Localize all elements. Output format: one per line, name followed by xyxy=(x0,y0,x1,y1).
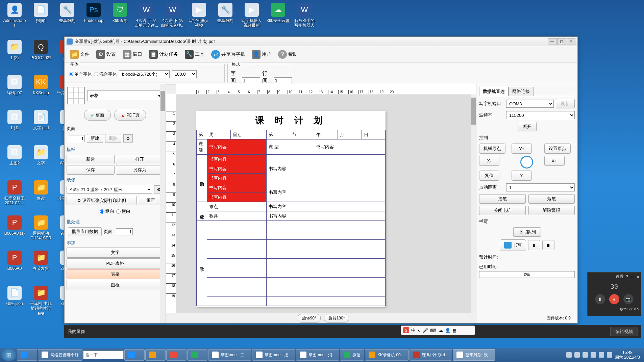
ime-cn[interactable]: 中 xyxy=(411,327,416,333)
recorder-pause-button[interactable]: ⏸ xyxy=(595,294,605,304)
taskbar-kk[interactable]: KK录像机 00:... xyxy=(365,349,409,361)
desktop-icon-r5-1[interactable]: 📁文字 xyxy=(29,145,53,165)
landscape-radio[interactable]: 横向 xyxy=(116,208,130,214)
desktop-icon-r2-0[interactable]: 📁1 (2) xyxy=(3,40,26,60)
pdf-page-button[interactable]: ▲PDF页 xyxy=(114,110,146,121)
page-new-button[interactable]: 新建 xyxy=(87,134,103,143)
taskbar-pin-2[interactable] xyxy=(166,349,187,361)
element-type-combo[interactable]: 表格▾ xyxy=(88,90,163,101)
start-button[interactable]: ⊞ xyxy=(1,349,16,361)
template-save-button[interactable]: 保存 xyxy=(67,165,115,175)
maximize-button[interactable]: ◻ xyxy=(557,38,566,45)
desktop-icon-r3-0[interactable]: 🖼详情_07 xyxy=(3,75,26,95)
ime-tool-icon[interactable]: 👤 xyxy=(445,328,450,333)
desktop-icon-r7-0[interactable]: PB006A0 (1) xyxy=(3,215,26,236)
template-new-button[interactable]: 新建 xyxy=(67,155,115,164)
port-select[interactable]: COM3 xyxy=(506,100,554,108)
desktop-icon-r7-1[interactable]: 📁通用驱动 CH341SER xyxy=(29,215,53,241)
baud-select[interactable]: 115200 xyxy=(506,111,575,119)
pause-button[interactable]: ⏸ xyxy=(528,240,540,250)
desktop-icon-r3-1[interactable]: KKKKSetup xyxy=(29,75,53,95)
x-minus-button[interactable]: X- xyxy=(479,156,499,166)
desktop-icon-r9-1[interactable]: 📁千库网 中非情约字体设 eva xyxy=(29,286,53,316)
pen-up-button[interactable]: 抬笔 xyxy=(479,194,526,204)
write-queue-button[interactable]: 书写队列 xyxy=(513,227,541,237)
y-plus-button[interactable]: Y+ xyxy=(512,144,532,154)
close-button[interactable]: ✕ xyxy=(567,38,575,45)
taskbar-kuixiang[interactable]: 奎享雕刻 -默... xyxy=(453,349,495,361)
paper-ratio-button[interactable]: ⚙ 设置纸张实际打印比例 xyxy=(67,196,137,205)
desktop-icon-video2[interactable]: ▶写字机器人视频最新 xyxy=(240,3,264,28)
mixed-font-radio[interactable]: 混合字体 xyxy=(94,71,117,77)
template-open-button[interactable]: 打开 xyxy=(116,155,164,164)
page-settings-button[interactable]: ⚙ xyxy=(123,134,133,143)
taskbar-moe1[interactable]: 摩图moe - 工... xyxy=(208,349,251,361)
tray-icon-2[interactable] xyxy=(574,352,580,358)
refresh-port-button[interactable]: 刷新 xyxy=(556,99,575,108)
desktop-icon-r6-0[interactable]: P扫描金额王 2021-03-... xyxy=(3,180,26,206)
recorder-close-button[interactable]: ✕ xyxy=(636,275,640,279)
recorder-settings-button[interactable]: 设置 xyxy=(616,274,624,280)
my-recordings-button[interactable]: 我的录像 xyxy=(68,329,85,335)
desktop-icon-photoshop[interactable]: PsPhotoshop xyxy=(82,3,105,23)
recorder-minimize-button[interactable]: — xyxy=(630,275,634,279)
tab-network-connection[interactable]: 网络连接 xyxy=(509,87,534,96)
document-page[interactable]: 课 时 计 划 第 周 星期 第 节 午 月 日 xyxy=(196,111,386,307)
add-image-button[interactable]: 图框 xyxy=(67,280,164,290)
desktop-icon-r4-1[interactable]: 📄文字.psd xyxy=(29,110,53,130)
recorder-help-icon[interactable]: ? xyxy=(626,275,628,279)
ime-cloud-icon[interactable]: ☁ xyxy=(439,328,443,333)
taskbar-pin-3[interactable] xyxy=(187,349,207,361)
reset-button[interactable]: 复位 xyxy=(479,171,499,181)
desktop-icon-admin[interactable]: 👤Administrator xyxy=(3,3,26,28)
desktop-icon-r4-0[interactable]: 🖼1 (1) xyxy=(3,110,26,130)
write-button[interactable]: 书写 xyxy=(500,239,526,251)
ime-mic-icon[interactable]: 🎤 xyxy=(423,328,428,333)
toolbar-user[interactable]: 👤用户 xyxy=(249,49,274,60)
disconnect-button[interactable]: 断开 xyxy=(518,122,537,131)
ime-bar[interactable]: S 中 •› 🎤 ⌨ ☁ 👤 ▦ xyxy=(401,326,475,335)
desktop-icon-doc1[interactable]: W4六语 下 第四单元交往... xyxy=(134,3,158,28)
toolbar-file[interactable]: 📁文件 xyxy=(67,49,92,60)
tray-icon-1[interactable] xyxy=(566,352,572,358)
font-select[interactable]: blood8-2(6,728个) xyxy=(119,70,170,78)
taskbar-pin-1[interactable] xyxy=(145,349,166,361)
rotate-90-button[interactable]: 旋转90° xyxy=(298,314,321,322)
update-button[interactable]: ✓更新 xyxy=(84,110,111,121)
desktop-icon-video1[interactable]: ▶写字机器人视频 xyxy=(187,3,211,28)
taskbar-moe2[interactable]: 摩图moe - 接... xyxy=(252,349,295,361)
taskbar-search[interactable] xyxy=(83,351,124,359)
toolbar-help[interactable]: ?帮助 xyxy=(275,49,300,60)
pen-down-button[interactable]: 落笔 xyxy=(528,194,575,204)
tray-network-icon[interactable] xyxy=(607,352,612,358)
line-spacing-input[interactable] xyxy=(274,77,292,84)
left-scrollbar[interactable] xyxy=(160,84,166,323)
taskbar-pin-ie[interactable] xyxy=(124,349,145,361)
desktop-icon-kuixiang[interactable]: 🔧奎享雕刻 xyxy=(55,3,79,23)
taskbar-clock[interactable]: 15:48 周六 2021/4/3 xyxy=(615,350,640,360)
batch-page-input[interactable] xyxy=(116,228,133,235)
toolbar-task[interactable]: 📋计划任务 xyxy=(146,49,181,60)
taskbar-wechat[interactable]: 微信 xyxy=(340,349,364,361)
char-spacing-input[interactable] xyxy=(242,77,260,84)
tray-icon-3[interactable] xyxy=(583,352,588,358)
template-saveas-button[interactable]: 另存为 xyxy=(116,165,164,175)
single-font-radio[interactable]: 单个字体 xyxy=(69,71,92,77)
lesson-plan-table[interactable]: 第 周 星期 第 节 午 月 日 课 题 书写内容 课 型 xyxy=(196,130,386,306)
page-number-input[interactable] xyxy=(68,135,85,142)
taskbar-pdf[interactable]: 课 时 计 划.d... xyxy=(410,349,452,361)
jog-distance-select[interactable]: 1 xyxy=(506,183,575,191)
desktop-icon-r8-0[interactable]: PB006A0 xyxy=(3,251,26,271)
desktop-icon-scan1[interactable]: 📄扫描1 xyxy=(29,3,53,23)
y-minus-button[interactable]: Y- xyxy=(512,171,532,181)
x-plus-button[interactable]: X+ xyxy=(544,156,565,166)
desktop-icon-r5-0[interactable]: 🖼主图2 xyxy=(3,145,26,165)
toolbar-share[interactable]: ⇄共享写字机 xyxy=(208,49,248,60)
desktop-icon-doc3[interactable]: W解放双手的写字机器人 xyxy=(293,3,316,28)
taskbar-moe3[interactable]: 摩图moe - 消... xyxy=(296,349,339,361)
batch-apply-button[interactable]: 批量应用数据 xyxy=(68,227,102,236)
taskbar-browser[interactable]: 网络云盘哪个好 xyxy=(38,349,82,361)
ime-keyboard-icon[interactable]: ⌨ xyxy=(430,328,437,333)
recorder-record-button[interactable]: ● xyxy=(609,294,619,304)
canvas-vscrollbar[interactable] xyxy=(471,94,476,313)
